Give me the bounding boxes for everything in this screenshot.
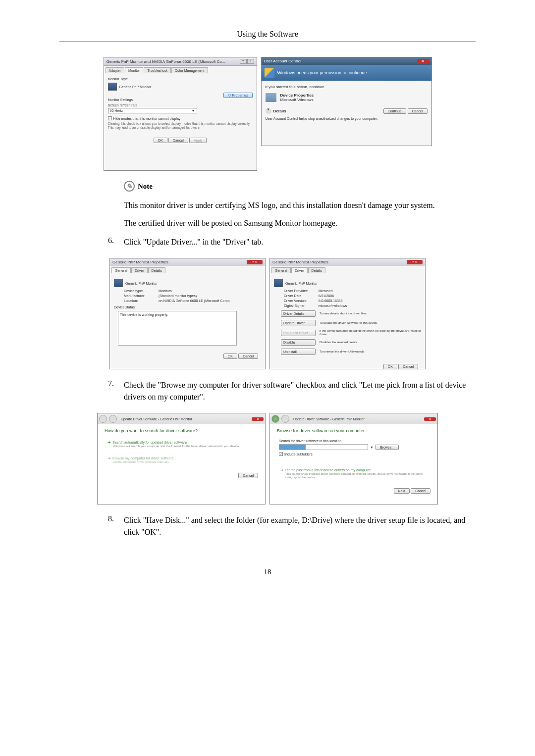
monitor-icon: [108, 83, 117, 91]
disable-button[interactable]: Disable: [281, 339, 316, 346]
device-status-label: Device status: [114, 305, 261, 309]
option-title: Let me pick from a list of device driver…: [285, 468, 371, 472]
monitor-settings-label: Monitor Settings: [108, 98, 253, 101]
update-driver-wizard-2: Update Driver Software - Generic PnP Mon…: [269, 413, 438, 504]
signer-label: Digital Signer:: [284, 304, 319, 307]
uac-footer-text: User Account Control helps stop unauthor…: [266, 117, 428, 120]
ok-button[interactable]: OK: [383, 364, 397, 369]
provider-label: Driver Provider:: [284, 289, 319, 293]
tab-general[interactable]: General: [271, 267, 291, 273]
close-icon[interactable]: ✕: [417, 59, 429, 63]
close-icon[interactable]: ×: [247, 59, 254, 64]
dialog-title: Generic PnP Monitor Properties: [272, 260, 328, 264]
help-icon[interactable]: ?: [240, 59, 247, 64]
update-driver-button[interactable]: Update Driver...: [281, 320, 316, 326]
option-search-auto[interactable]: ➔Search automatically for updated driver…: [105, 437, 258, 451]
cancel-button[interactable]: Cancel: [238, 353, 258, 359]
location-value: on NVIDIA GeForce 6600 LE (Microsoft Cor…: [159, 299, 230, 302]
hide-modes-checkbox[interactable]: ✓: [108, 116, 112, 120]
include-subfolders-label: Include subfolders: [284, 453, 313, 456]
tab-troubleshoot[interactable]: Troubleshoot: [144, 67, 171, 73]
cancel-button[interactable]: Cancel: [238, 473, 258, 478]
next-button[interactable]: Next: [394, 488, 410, 494]
close-icon[interactable]: ? ✕: [247, 260, 263, 264]
dialog-title: Generic PnP Monitor Properties: [112, 260, 168, 264]
option-browse-computer[interactable]: ➔Browse my computer for driver software …: [105, 453, 258, 467]
uninstall-desc: To uninstall the driver (Advanced).: [320, 350, 421, 353]
close-icon[interactable]: ✕: [252, 417, 264, 421]
page-number: 18: [59, 568, 476, 576]
option-title: Browse my computer for driver software: [112, 456, 174, 460]
note-icon: ✎: [124, 181, 135, 192]
tab-driver[interactable]: Driver: [131, 267, 148, 273]
uninstall-button[interactable]: Uninstall: [281, 349, 316, 355]
signer-value: microsoft windows: [319, 304, 347, 307]
tab-driver[interactable]: Driver: [291, 267, 308, 273]
hide-modes-description: Clearing this check box allows you to se…: [108, 122, 253, 130]
driver-properties-dialog: Generic PnP Monitor Properties ? ✕ Gener…: [269, 258, 426, 369]
cancel-button[interactable]: Cancel: [398, 364, 418, 369]
monitor-name: Generic PnP Monitor: [125, 282, 158, 285]
shield-icon: [265, 68, 274, 78]
manufacturer-label: Manufacturer:: [124, 294, 159, 298]
option-desc: Windows will search your computer and th…: [113, 445, 255, 448]
cancel-button[interactable]: Cancel: [408, 108, 428, 114]
cancel-button[interactable]: Cancel: [411, 488, 430, 494]
include-subfolders-checkbox[interactable]: ✓: [279, 452, 283, 456]
details-label[interactable]: Details: [273, 109, 286, 113]
ok-button[interactable]: OK: [154, 138, 167, 143]
provider-value: Microsoft: [319, 289, 332, 293]
browse-button[interactable]: Browse...: [375, 445, 399, 450]
ok-button[interactable]: OK: [223, 353, 237, 359]
option-desc: Locate and install driver software manua…: [113, 460, 255, 464]
uac-heading: Windows needs your permission to contion…: [277, 70, 369, 75]
option-desc: This list will show installed driver sof…: [285, 472, 428, 479]
rollback-driver-desc: If the device fails after updating the d…: [320, 329, 421, 336]
back-icon[interactable]: [271, 415, 279, 423]
close-icon[interactable]: ✕: [424, 417, 436, 421]
monitor-type-label: Monitor Type: [108, 77, 253, 81]
rollback-driver-button[interactable]: Roll Back Driver: [281, 330, 316, 336]
properties-button[interactable]: 🛡 Properties: [223, 93, 253, 98]
location-label: Location:: [124, 299, 159, 302]
step-number: 7.: [108, 379, 124, 403]
step-number: 6.: [108, 236, 124, 248]
close-icon[interactable]: ? ✕: [407, 260, 423, 264]
path-input[interactable]: [279, 444, 368, 450]
forward-icon[interactable]: [109, 415, 117, 423]
option-title: Search automatically for updated driver …: [112, 441, 187, 444]
tab-monitor[interactable]: Monitor: [125, 67, 143, 73]
driver-details-button[interactable]: Driver Details: [281, 310, 316, 317]
tab-details[interactable]: Details: [148, 267, 165, 273]
forward-icon[interactable]: [281, 415, 289, 423]
device-status-text: This device is working properly.: [118, 311, 237, 346]
device-type-label: Device type:: [124, 289, 159, 293]
tab-general[interactable]: General: [111, 267, 131, 273]
uac-item1: Device Properties: [280, 93, 314, 98]
uac-title: User Account Control: [264, 59, 302, 63]
arrow-icon: ➔: [107, 456, 111, 460]
cancel-button[interactable]: Cancel: [168, 138, 188, 143]
uac-item2: Microsoft Windows: [280, 98, 314, 102]
monitor-icon: [274, 279, 283, 287]
tab-color-management[interactable]: Color Management: [171, 67, 208, 73]
refresh-rate-dropdown[interactable]: 60 Hertz▼: [108, 108, 197, 113]
general-properties-dialog: Generic PnP Monitor Properties ? ✕ Gener…: [109, 258, 266, 369]
date-value: 6/21/2006: [319, 294, 334, 298]
back-icon[interactable]: [99, 415, 107, 423]
option-let-me-pick[interactable]: ➔Let me pick from a list of device drive…: [277, 465, 430, 482]
device-icon: [266, 93, 276, 102]
apply-button[interactable]: Apply: [189, 138, 207, 143]
tab-adapter[interactable]: Adapter: [106, 67, 125, 73]
wizard-heading: How do you want to search for driver sof…: [98, 424, 265, 435]
uac-dialog: User Account Control ✕ Windows needs you…: [261, 57, 432, 146]
version-label: Driver Version:: [284, 299, 319, 302]
step-text: Click "Have Disk..." and select the fold…: [124, 514, 476, 538]
tab-details[interactable]: Details: [308, 267, 325, 273]
update-driver-wizard-1: Update Driver Software - Generic PnP Mon…: [97, 413, 266, 504]
step-text: Click "Update Driver..." in the "Driver"…: [124, 236, 476, 248]
chevron-down-icon[interactable]: ▼: [266, 108, 271, 114]
search-location-label: Search for driver software in this locat…: [279, 439, 428, 443]
continue-button[interactable]: Continue: [383, 108, 406, 114]
note-line2: The certified driver will be posted on S…: [124, 217, 476, 229]
